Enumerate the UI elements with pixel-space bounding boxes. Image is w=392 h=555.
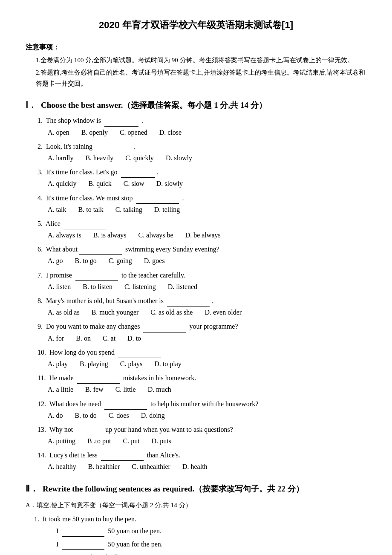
q8-stem: 8. Mary's mother is old, but Susan's mot… — [37, 295, 366, 306]
q11-stem: 11. He made mistakes in his homework. — [37, 372, 366, 384]
subA-q1: 1. It took me 50 yuan to buy the pen. I … — [34, 513, 366, 550]
q6-stem: 6. What about swimming every Sunday even… — [37, 243, 366, 255]
q5-options: A. always is B. is always C. always be D… — [48, 229, 366, 241]
q8-options: A. as old as B. much younger C. as old a… — [48, 306, 366, 318]
question-6: 6. What about swimming every Sunday even… — [26, 243, 366, 266]
subA-q2: 2. We use water to clean the floor. — [34, 552, 366, 555]
question-7: 7. I promise to the teacher carefully. A… — [26, 269, 366, 292]
section2-roman: Ⅱ． — [26, 481, 38, 496]
q13-options: A. putting B .to put C. put D. puts — [48, 435, 366, 447]
question-8: 8. Mary's mother is old, but Susan's mot… — [26, 295, 366, 318]
notice-item-1: 1.全卷满分为 100 分,全部为笔试题。考试时间为 90 分钟。考生须将答案书… — [36, 55, 366, 66]
subA-q1-stem: 1. It took me 50 yuan to buy the pen. — [34, 513, 366, 525]
q10-stem: 10. How long do you spend — [37, 347, 366, 358]
notice-label: 注意事项： — [26, 41, 366, 53]
section1-roman: Ⅰ． — [26, 98, 37, 112]
section1-questions: 1. The shop window is . A. open B. openl… — [26, 115, 366, 472]
q2-options: A. hardly B. heavily C. quickly D. slowl… — [48, 152, 366, 164]
page-title: 2020 年育才双语学校六年级英语期末测试卷[1] — [26, 17, 366, 33]
q4-stem: 4. It's time for class. We must stop . — [37, 192, 366, 204]
subA-q2-stem: 2. We use water to clean the floor. — [34, 552, 366, 555]
q12-options: A. do B. to do C. does D. doing — [48, 410, 366, 421]
notice-item-2: 2.答题前,考生务必将自己的姓名、考试证号填写在答题卡上,并填涂好答题卡上的考生… — [36, 67, 366, 89]
question-3: 3. It's time for class. Let's go . A. qu… — [26, 166, 366, 189]
section2-title: Ⅱ． Rewrite the following sentences as re… — [26, 481, 366, 496]
section2-title-text: Rewrite the following sentences as requi… — [43, 482, 304, 496]
q14-stem: 14. Lucy's diet is less than Alice's. — [37, 449, 366, 461]
q5-stem: 5. Alice — [37, 218, 366, 229]
q14-options: A. healthy B. healthier C. unhealthier D… — [48, 461, 366, 472]
q13-stem: 13. Why not up your hand when you want t… — [37, 424, 366, 435]
question-1: 1. The shop window is . A. open B. openl… — [26, 115, 366, 138]
q9-stem: 9. Do you want to make any changes your … — [37, 321, 366, 332]
question-11: 11. He made mistakes in his homework. A.… — [26, 372, 366, 395]
question-5: 5. Alice A. always is B. is always C. al… — [26, 218, 366, 241]
subA-q1-line2: I 50 yuan for the pen. — [56, 538, 366, 550]
q3-options: A. quickly B. quick C. slow D. slowly — [48, 178, 366, 189]
section1-title: Ⅰ． Choose the best answer.（选择最佳答案。每小题 1 … — [26, 98, 366, 112]
subA-label: A．填空,使上下句意不变（每空一词,每小题 2 分,共 14 分） — [26, 500, 366, 511]
question-14: 14. Lucy's diet is less than Alice's. A.… — [26, 449, 366, 472]
subA-q1-line1: I 50 yuan on the pen. — [56, 525, 366, 537]
q10-options: A. play B. playing C. plays D. to play — [48, 358, 366, 370]
q7-stem: 7. I promise to the teacher carefully. — [37, 269, 366, 281]
question-10: 10. How long do you spend A. play B. pla… — [26, 347, 366, 370]
question-12: 12. What does he need to help his mother… — [26, 398, 366, 421]
q7-options: A. listen B. to listen C. listening D. l… — [48, 281, 366, 292]
q3-stem: 3. It's time for class. Let's go . — [37, 166, 366, 178]
q1-options: A. open B. openly C. opened D. close — [48, 127, 366, 138]
section1-title-text: Choose the best answer.（选择最佳答案。每小题 1 分,共… — [41, 98, 267, 112]
q11-options: A. a little B. few C. little D. much — [48, 384, 366, 395]
q2-stem: 2. Look, it's raining . — [37, 141, 366, 152]
q6-options: A. go B. to go C. going D. goes — [48, 255, 366, 266]
notice-block: 注意事项： 1.全卷满分为 100 分,全部为笔试题。考试时间为 90 分钟。考… — [26, 41, 366, 89]
q1-stem: 1. The shop window is . — [37, 115, 366, 126]
question-9: 9. Do you want to make any changes your … — [26, 321, 366, 344]
question-2: 2. Look, it's raining . A. hardly B. hea… — [26, 141, 366, 164]
q12-stem: 12. What does he need to help his mother… — [37, 398, 366, 410]
q9-options: A. for B. on C. at D. to — [48, 332, 366, 344]
q4-options: A. talk B. to talk C. talking D. telling — [48, 204, 366, 215]
question-13: 13. Why not up your hand when you want t… — [26, 424, 366, 447]
question-4: 4. It's time for class. We must stop . A… — [26, 192, 366, 215]
